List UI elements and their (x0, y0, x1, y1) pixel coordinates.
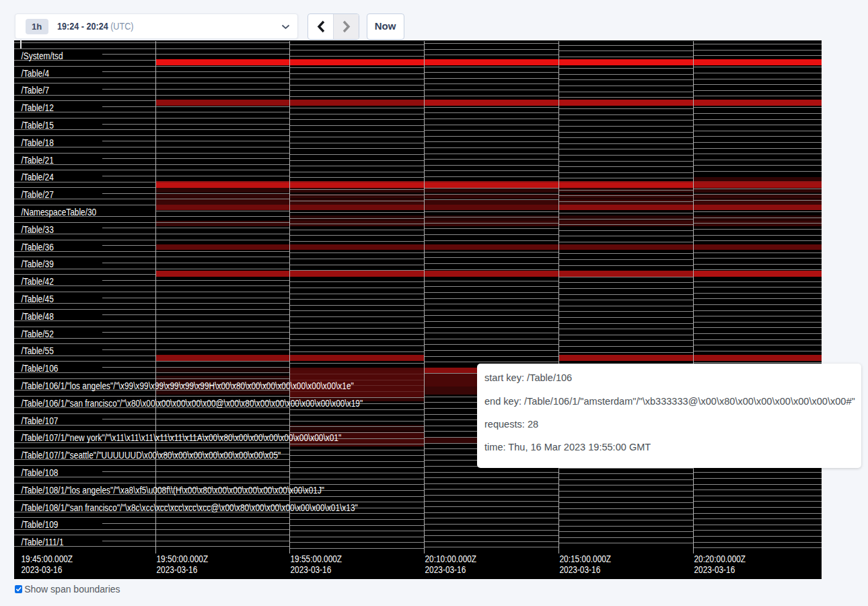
svg-text:/Table/33: /Table/33 (21, 224, 53, 235)
svg-text:/Table/111/1: /Table/111/1 (21, 537, 63, 547)
svg-text:2023-03-16: 2023-03-16 (291, 564, 332, 575)
svg-text:/Table/52: /Table/52 (21, 329, 53, 339)
svg-text:/Table/106: /Table/106 (21, 363, 58, 374)
svg-text:19:55:00.000Z: 19:55:00.000Z (291, 553, 342, 564)
svg-text:19:45:00.000Z: 19:45:00.000Z (21, 553, 73, 564)
svg-text:20:10:00.000Z: 20:10:00.000Z (425, 553, 476, 564)
svg-text:/Table/107: /Table/107 (21, 415, 58, 426)
svg-text:/Table/109: /Table/109 (21, 519, 58, 530)
svg-text:20:15:00.000Z: 20:15:00.000Z (559, 553, 611, 564)
svg-text:/Table/39: /Table/39 (21, 259, 53, 269)
svg-text:2023-03-16: 2023-03-16 (21, 564, 62, 575)
svg-text:/Table/45: /Table/45 (21, 294, 53, 304)
svg-text:/Table/42: /Table/42 (21, 276, 53, 287)
svg-text:/Table/55: /Table/55 (21, 345, 53, 356)
svg-text:/System/tsd: /System/tsd (21, 50, 63, 61)
svg-text:/Table/107/1/"new york"/"\x11\: /Table/107/1/"new york"/"\x11\x11\x11\x1… (21, 432, 341, 443)
svg-text:/Table/36: /Table/36 (21, 242, 53, 252)
svg-text:/Table/15: /Table/15 (21, 120, 53, 131)
svg-text:/Table/48: /Table/48 (21, 311, 53, 322)
svg-text:/Table/4: /Table/4 (21, 68, 49, 79)
svg-text:/Table/108: /Table/108 (21, 467, 58, 478)
svg-text:2023-03-16: 2023-03-16 (157, 564, 198, 575)
svg-text:/Table/24: /Table/24 (21, 172, 53, 182)
svg-text:2023-03-16: 2023-03-16 (694, 564, 735, 575)
svg-text:/Table/108/1/"los angeles"/"\x: /Table/108/1/"los angeles"/"\xa8\xf5\u00… (21, 485, 324, 496)
svg-text:/Table/21: /Table/21 (21, 155, 53, 166)
svg-text:/NamespaceTable/30: /NamespaceTable/30 (21, 207, 96, 217)
svg-text:/Table/12: /Table/12 (21, 102, 53, 113)
svg-text:/Table/18: /Table/18 (21, 137, 53, 148)
svg-text:19:50:00.000Z: 19:50:00.000Z (157, 553, 209, 564)
svg-text:/Table/106/1/"los angeles"/"\x: /Table/106/1/"los angeles"/"\x99\x99\x99… (21, 380, 354, 391)
svg-text:/Table/107/1/"seattle"/"UUUUUU: /Table/107/1/"seattle"/"UUUUUUD\x00\x80\… (21, 450, 281, 461)
svg-text:/Table/7: /Table/7 (21, 85, 49, 96)
svg-text:2023-03-16: 2023-03-16 (559, 564, 600, 575)
svg-text:20:20:00.000Z: 20:20:00.000Z (694, 553, 746, 564)
svg-text:/Table/106/1/"san francisco"/": /Table/106/1/"san francisco"/"\x80\x00\x… (21, 398, 363, 409)
svg-text:/Table/27: /Table/27 (21, 189, 53, 200)
svg-text:/Table/108/1/"san francisco"/": /Table/108/1/"san francisco"/"\x8c\xcc\x… (21, 502, 358, 513)
svg-text:2023-03-16: 2023-03-16 (425, 564, 466, 575)
